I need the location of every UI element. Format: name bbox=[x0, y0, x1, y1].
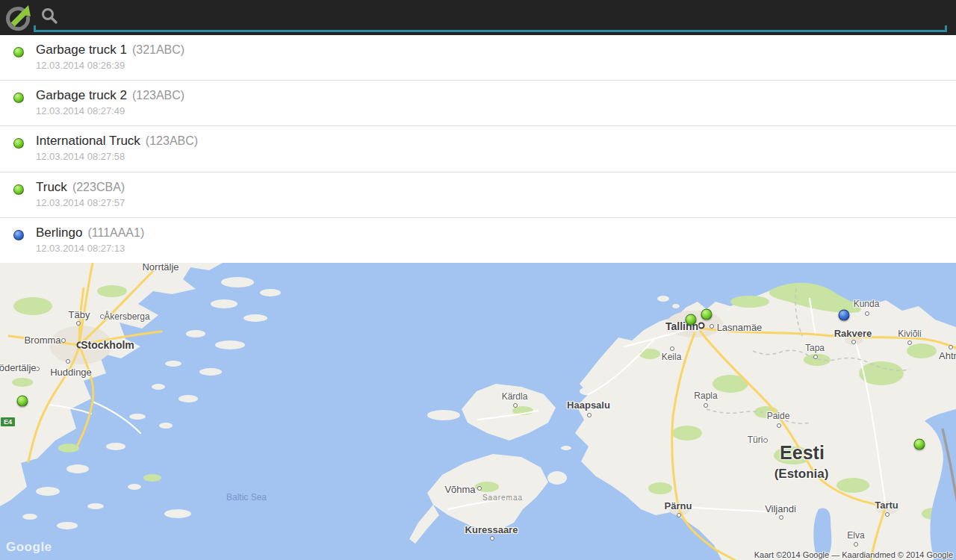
map-label-rapla: Rapla bbox=[694, 391, 717, 401]
map-label-ahtme: Ahtme bbox=[939, 350, 956, 361]
map-label-vohma: Võhma bbox=[444, 484, 475, 495]
town-dot bbox=[477, 486, 482, 491]
vehicle-name: Berlingo bbox=[36, 225, 82, 240]
vehicle-status-icon bbox=[13, 93, 24, 103]
vehicle-plate: (123ABC) bbox=[146, 134, 198, 147]
town-dot bbox=[813, 355, 818, 359]
map-label-turi: Türi bbox=[748, 435, 763, 445]
map-label-kivioli: Kiviõli bbox=[898, 329, 921, 339]
vehicle-map-marker[interactable] bbox=[839, 310, 850, 321]
vehicle-row[interactable]: Garbage truck 2(123ABC) 12.03.2014 08:27… bbox=[0, 81, 956, 126]
map-canvas[interactable]: Norrtälje Täby Åkersberga Bromma Stockho… bbox=[0, 263, 956, 560]
vehicle-status-icon bbox=[13, 184, 24, 195]
town-dot bbox=[490, 536, 494, 541]
vehicle-row[interactable]: Garbage truck 1(321ABC) 12.03.2014 08:26… bbox=[0, 35, 956, 81]
search-icon bbox=[40, 6, 59, 25]
town-dot bbox=[670, 346, 674, 351]
road-shield-e4: E4 bbox=[0, 417, 16, 427]
town-dot bbox=[854, 542, 858, 547]
map-label-baltic-sea: Baltic Sea bbox=[226, 492, 267, 503]
vehicle-list: Garbage truck 1(321ABC) 12.03.2014 08:26… bbox=[0, 35, 956, 263]
vehicle-timestamp: 12.03.2014 08:27:58 bbox=[36, 149, 956, 164]
map-label-elva: Elva bbox=[847, 530, 864, 541]
town-dot bbox=[763, 438, 768, 443]
map-label-rakvere: Rakvere bbox=[834, 328, 872, 339]
map-label-saaremaa: Saaremaa bbox=[482, 494, 523, 502]
vehicle-title: Garbage truck 1(321ABC) bbox=[36, 42, 956, 58]
map-label-bromma: Bromma bbox=[24, 335, 60, 346]
vehicle-plate: (223CBA) bbox=[72, 181, 125, 193]
vehicle-title: Garbage truck 2(123ABC) bbox=[36, 87, 956, 104]
map-label-tartu: Tartu bbox=[875, 500, 898, 511]
vehicle-map-marker[interactable] bbox=[17, 396, 28, 407]
map-label-haapsalu: Haapsalu bbox=[567, 399, 610, 411]
town-dot bbox=[710, 324, 714, 329]
vehicle-status-icon bbox=[13, 138, 24, 149]
map-label-stockholm: Stockholm bbox=[81, 339, 134, 351]
app-screen: Garbage truck 1(321ABC) 12.03.2014 08:26… bbox=[0, 0, 956, 560]
vehicle-timestamp: 12.03.2014 08:27:49 bbox=[36, 104, 956, 118]
town-dot bbox=[865, 311, 869, 316]
map-label-parnu: Pärnu bbox=[665, 500, 692, 511]
vehicle-status-icon bbox=[13, 230, 24, 240]
vehicle-title: Berlingo(111AAA1) bbox=[36, 225, 956, 241]
app-logo-icon[interactable] bbox=[2, 2, 34, 34]
map-label-huddinge: Huddinge bbox=[50, 367, 92, 378]
map-label-sodertalje: Södertälje bbox=[0, 362, 37, 373]
town-dot bbox=[704, 403, 708, 408]
map-label-tapa: Tapa bbox=[805, 343, 825, 353]
vehicle-timestamp: 12.03.2014 08:27:57 bbox=[36, 196, 956, 210]
vehicle-plate: (321ABC) bbox=[132, 43, 184, 56]
town-dot bbox=[777, 423, 781, 428]
vehicle-plate: (111AAA1) bbox=[87, 226, 144, 239]
vehicle-name: Garbage truck 2 bbox=[36, 88, 127, 102]
town-dot bbox=[76, 321, 81, 326]
map-label-norrtalje: Norrtälje bbox=[142, 263, 179, 273]
google-watermark: Google bbox=[6, 540, 52, 555]
town-dot bbox=[61, 338, 66, 343]
map-label-taby: Täby bbox=[69, 309, 90, 320]
town-dot bbox=[779, 515, 783, 520]
vehicle-map-marker[interactable] bbox=[914, 439, 925, 450]
town-dot bbox=[587, 413, 592, 417]
map-label-eesti: Eesti bbox=[780, 442, 825, 464]
vehicle-row[interactable]: Truck(223CBA) 12.03.2014 08:27:57 bbox=[0, 172, 956, 218]
search-field[interactable] bbox=[34, 0, 949, 35]
map-label-lasnamae: Lasnamäe bbox=[717, 322, 763, 333]
vehicle-row[interactable]: Berlingo(111AAA1) 12.03.2014 08:27:13 bbox=[0, 218, 956, 263]
map-attribution: Kaart ©2014 Google — Kaardiandmed © 2014… bbox=[754, 550, 953, 559]
vehicle-map-marker[interactable] bbox=[701, 309, 713, 320]
map-label-kunda: Kunda bbox=[854, 299, 880, 309]
map-label-kuressaare: Kuressaare bbox=[465, 524, 518, 535]
search-underline bbox=[34, 30, 947, 32]
map-label-paide: Paide bbox=[767, 411, 790, 421]
search-input[interactable] bbox=[60, 3, 946, 28]
vehicle-title: Truck(223CBA) bbox=[36, 179, 956, 196]
action-bar bbox=[0, 0, 956, 35]
map-label-kardla: Kärdla bbox=[502, 391, 528, 402]
vehicle-timestamp: 12.03.2014 08:27:13 bbox=[36, 241, 956, 255]
map-geography bbox=[0, 263, 956, 560]
town-dot bbox=[851, 340, 856, 344]
vehicle-name: Garbage truck 1 bbox=[36, 43, 127, 57]
town-dot bbox=[885, 512, 890, 517]
vehicle-name: International Truck bbox=[36, 134, 140, 148]
town-dot bbox=[513, 403, 518, 408]
city-ring bbox=[698, 323, 705, 329]
map-label-keila: Keila bbox=[662, 352, 682, 362]
town-dot bbox=[907, 340, 912, 345]
vehicle-title: International Truck(123ABC) bbox=[36, 133, 956, 149]
town-dot bbox=[949, 345, 953, 349]
vehicle-row[interactable]: International Truck(123ABC) 12.03.2014 0… bbox=[0, 126, 956, 172]
town-dot bbox=[66, 359, 70, 364]
vehicle-map-marker[interactable] bbox=[686, 314, 697, 326]
vehicle-status-icon bbox=[13, 47, 24, 57]
town-dot bbox=[677, 513, 681, 517]
map-label-estonia: (Estonia) bbox=[775, 467, 829, 482]
map-label-viljandi: Viljandi bbox=[765, 503, 796, 514]
vehicle-plate: (123ABC) bbox=[132, 89, 184, 102]
vehicle-timestamp: 12.03.2014 08:26:39 bbox=[36, 58, 956, 72]
map-label-akersberga: Åkersberga bbox=[104, 311, 149, 322]
vehicle-name: Truck bbox=[36, 180, 67, 194]
